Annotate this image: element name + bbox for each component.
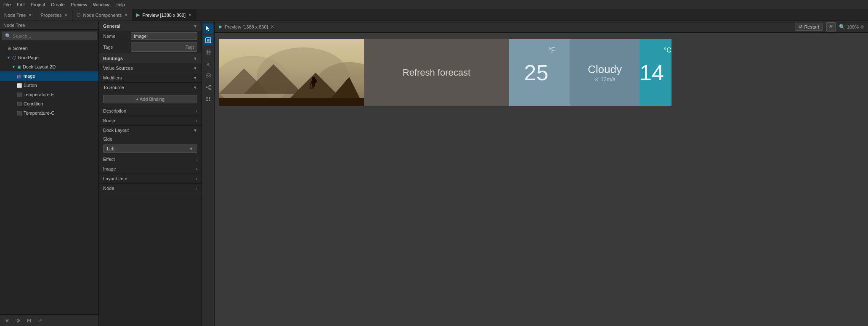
effect-row[interactable]: Effect › — [99, 155, 202, 164]
preview-panel: ▶ Preview [1388 x 860] ✕ ↺ Restart 👁 🔍 1… — [215, 21, 868, 326]
tree-item-tempf-label: Temperature-F — [24, 92, 54, 97]
image-row[interactable]: Image › — [99, 164, 202, 174]
weather-condition: Cloudy ⊙ 12m/s — [570, 39, 640, 106]
brush-row[interactable]: Brush › — [99, 116, 202, 126]
general-header[interactable]: General ▼ — [99, 21, 202, 31]
filter-icon[interactable]: ⚙ — [14, 317, 22, 324]
weather-refresh-button[interactable]: Refresh forecast — [364, 39, 509, 106]
tab-node-tree[interactable]: Node Tree ✕ — [0, 9, 36, 21]
bindings-header[interactable]: Bindings ▼ — [99, 53, 202, 63]
dock-icon: ▣ — [17, 65, 21, 69]
svg-point-17 — [209, 100, 210, 101]
dock-layout-row[interactable]: Dock Layout ▼ — [99, 126, 202, 135]
search-input[interactable] — [13, 34, 93, 39]
menu-create[interactable]: Create — [51, 2, 65, 7]
menu-help[interactable]: Help — [115, 2, 125, 7]
bindings-title: Bindings — [103, 56, 123, 61]
tab-preview[interactable]: ▶ Preview [1388 x 860] ✕ — [132, 9, 196, 21]
preview-eye-button[interactable]: 👁 — [826, 22, 836, 32]
node-label: Node — [103, 186, 114, 191]
tab-node-components-close[interactable]: ✕ — [124, 13, 127, 17]
tree-item-dock-layout[interactable]: ▼ ▣ Dock Layout 2D — [0, 62, 98, 71]
menu-file[interactable]: File — [3, 2, 11, 7]
menu-window[interactable]: Window — [93, 2, 109, 7]
tree-item-image-label: Image — [22, 74, 35, 79]
tree-item-image[interactable]: ▨ Image — [0, 71, 98, 81]
layout-item-row[interactable]: Layout.Item › — [99, 174, 202, 184]
layers-tool[interactable] — [203, 71, 213, 81]
temp-f-value: 25 — [524, 60, 548, 85]
condition-label: Cloudy — [588, 63, 622, 76]
svg-rect-26 — [219, 98, 364, 106]
monitor-icon: 🖥 — [7, 46, 11, 51]
menu-preview[interactable]: Preview — [71, 2, 87, 7]
general-title: General — [103, 24, 120, 29]
zoom-dot — [860, 25, 864, 29]
preview-content: Refresh forecast 25 °F Cloudy ⊙ 12m/s — [215, 33, 868, 326]
preview-title-label: Preview [1388 x 860] — [225, 24, 268, 29]
tab-properties-close[interactable]: ✕ — [64, 13, 68, 17]
tree-item-button-label: Button — [24, 83, 37, 88]
condition-sub-row: ⊙ 12m/s — [594, 76, 615, 82]
eye-icon: 👁 — [828, 24, 833, 30]
restart-icon: ↺ — [799, 24, 802, 29]
chevron-down-icon: ▼ — [7, 55, 11, 60]
tree-item-rootpage[interactable]: ▼ ⬡ RootPage — [0, 53, 98, 62]
tags-input[interactable]: Tags — [131, 42, 197, 52]
name-input[interactable] — [131, 32, 197, 40]
value-sources-row[interactable]: Value Sources ▼ — [99, 63, 202, 73]
menu-project[interactable]: Project — [31, 2, 45, 7]
tree-item-temperature-f[interactable]: ⬛ Temperature-F — [0, 90, 98, 99]
search-icon: 🔍 — [5, 33, 11, 39]
svg-point-10 — [206, 87, 207, 88]
svg-line-12 — [207, 86, 209, 87]
tree-item-button[interactable]: ⬜ Button — [0, 81, 98, 90]
tags-button[interactable]: Tags — [186, 45, 194, 50]
to-source-row[interactable]: To Source ▼ — [99, 83, 202, 92]
svg-line-13 — [207, 88, 209, 89]
share-tool[interactable] — [203, 82, 213, 92]
preview-close-icon[interactable]: ✕ — [271, 24, 274, 29]
tab-node-components[interactable]: ⬡ Node Components ✕ — [72, 9, 133, 21]
brush-label: Brush — [103, 118, 115, 123]
modifiers-label: Modifiers — [103, 75, 122, 80]
weather-landscape — [219, 39, 364, 106]
tab-node-tree-label: Node Tree — [4, 13, 26, 18]
to-source-label: To Source — [103, 85, 124, 90]
effect-label: Effect — [103, 157, 115, 162]
text-tool[interactable]: A — [203, 59, 213, 69]
grid-icon[interactable]: ⊞ — [25, 317, 33, 324]
tree-item-condition[interactable]: ⬛ Condition — [0, 99, 98, 108]
tags-row: Tags Tags — [99, 41, 202, 53]
side-dropdown[interactable]: Left ▼ — [103, 145, 197, 153]
tab-node-tree-close[interactable]: ✕ — [28, 13, 32, 17]
add-binding-label: + Add Binding — [136, 97, 165, 102]
chevron-down-icon-dock: ▼ — [12, 65, 16, 69]
tree-item-screen[interactable]: 🖥 Screen — [0, 44, 98, 53]
image-prop-label: Image — [103, 166, 116, 171]
value-sources-label: Value Sources — [103, 66, 133, 71]
expand-icon[interactable]: ⤢ — [36, 317, 44, 324]
tree-item-rootpage-label: RootPage — [18, 55, 39, 60]
general-chevron: ▼ — [193, 24, 197, 29]
select-tool[interactable] — [203, 35, 213, 45]
add-binding-button[interactable]: + Add Binding — [103, 95, 197, 103]
condition-icon: ⬛ — [17, 102, 22, 106]
modifiers-row[interactable]: Modifiers ▼ — [99, 73, 202, 83]
tab-properties[interactable]: Properties ✕ — [36, 9, 72, 21]
menu-edit[interactable]: Edit — [17, 2, 25, 7]
grid-tool[interactable] — [203, 47, 213, 57]
cursor-tool[interactable] — [203, 24, 213, 34]
zoom-level: 100% — [847, 24, 859, 29]
description-row[interactable]: Description › — [99, 106, 202, 116]
svg-point-9 — [209, 85, 211, 87]
visibility-icon[interactable]: 👁 — [3, 317, 11, 324]
tree-item-temperature-c[interactable]: ⬛ Temperature-C — [0, 108, 98, 118]
restart-button[interactable]: ↺ Restart — [795, 23, 823, 31]
group-tool[interactable] — [203, 94, 213, 104]
node-tree-bottom: 👁 ⚙ ⊞ ⤢ — [0, 314, 98, 326]
image-arrow: › — [196, 167, 197, 171]
node-row[interactable]: Node › — [99, 184, 202, 193]
bindings-chevron: ▼ — [193, 56, 197, 61]
tab-preview-close[interactable]: ✕ — [188, 13, 191, 17]
